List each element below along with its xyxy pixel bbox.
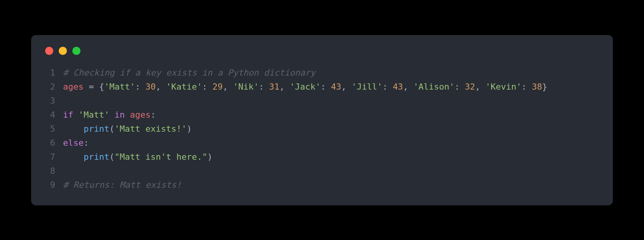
code-token: 'Nik' — [233, 82, 259, 92]
code-token — [63, 152, 84, 162]
maximize-icon[interactable] — [72, 47, 80, 55]
code-source: # Checking if a key exists in a Python d… — [55, 66, 315, 80]
code-line: 5 print('Matt exists!') — [43, 122, 601, 136]
code-token: print — [84, 152, 109, 162]
line-number: 3 — [43, 94, 55, 108]
code-source: print('Matt exists!') — [55, 122, 192, 136]
code-token: ages — [63, 82, 84, 92]
code-token: ) — [187, 124, 192, 134]
code-source: if 'Matt' in ages: — [55, 108, 156, 122]
code-token: , — [156, 82, 166, 92]
code-token: 'Matt' — [104, 82, 135, 92]
code-token: ( — [109, 152, 114, 162]
code-token: ages — [130, 110, 150, 120]
code-token: 'Kevin' — [485, 82, 522, 92]
code-token: , — [403, 82, 413, 92]
code-source: print("Matt isn't here.") — [55, 150, 212, 164]
code-token: , — [279, 82, 290, 92]
code-token — [109, 110, 114, 120]
code-line: 9# Returns: Matt exists! — [43, 178, 601, 192]
code-token — [125, 110, 130, 120]
code-token: : — [259, 82, 269, 92]
code-source: ages = {'Matt': 30, 'Katie': 29, 'Nik': … — [55, 80, 547, 94]
code-token: if — [63, 110, 74, 120]
code-source: else: — [55, 136, 89, 150]
code-token: 38 — [532, 82, 542, 92]
code-token: 'Jack' — [290, 82, 320, 92]
close-icon[interactable] — [45, 47, 53, 55]
code-token: 'Matt' — [79, 110, 109, 120]
window-traffic-lights — [45, 47, 601, 55]
line-number: 2 — [43, 80, 55, 94]
line-number: 7 — [43, 150, 55, 164]
code-source — [55, 164, 68, 178]
code-line: 6else: — [43, 136, 601, 150]
code-token: : — [455, 82, 465, 92]
code-token: "Matt isn't here." — [114, 152, 207, 162]
code-token: 32 — [465, 82, 475, 92]
code-token — [63, 124, 84, 134]
code-token: : — [150, 110, 156, 120]
code-token: 31 — [269, 82, 280, 92]
code-token: , — [475, 82, 486, 92]
code-token: ) — [207, 152, 212, 162]
code-token: : — [522, 82, 532, 92]
code-token: 'Alison' — [413, 82, 455, 92]
minimize-icon[interactable] — [59, 47, 67, 55]
line-number: 8 — [43, 164, 55, 178]
code-line: 8 — [43, 164, 601, 178]
code-token: in — [114, 110, 125, 120]
code-token — [74, 110, 79, 120]
code-token: 'Matt exists!' — [114, 124, 186, 134]
code-token: : — [135, 82, 145, 92]
code-token: 29 — [212, 82, 223, 92]
line-number: 9 — [43, 178, 55, 192]
code-token: # Checking if a key exists in a Python d… — [63, 68, 315, 78]
code-token: , — [341, 82, 352, 92]
code-token: print — [84, 124, 109, 134]
code-token: : — [202, 82, 213, 92]
code-line: 2ages = {'Matt': 30, 'Katie': 29, 'Nik':… — [43, 80, 601, 94]
code-window: 1# Checking if a key exists in a Python … — [31, 35, 613, 205]
code-token: ( — [109, 124, 114, 134]
code-line: 1# Checking if a key exists in a Python … — [43, 66, 601, 80]
code-token: } — [542, 82, 547, 92]
code-token: : — [84, 138, 89, 148]
code-line: 4if 'Matt' in ages: — [43, 108, 601, 122]
line-number: 4 — [43, 108, 55, 122]
code-source — [55, 94, 68, 108]
code-source: # Returns: Matt exists! — [55, 178, 182, 192]
code-token: : — [382, 82, 393, 92]
line-number: 5 — [43, 122, 55, 136]
code-line: 3 — [43, 94, 601, 108]
code-token: : — [320, 82, 331, 92]
code-token: , — [223, 82, 233, 92]
code-token: # Returns: Matt exists! — [63, 180, 182, 190]
code-line: 7 print("Matt isn't here.") — [43, 150, 601, 164]
code-token: 43 — [331, 82, 341, 92]
code-token: 'Jill' — [352, 82, 382, 92]
line-number: 6 — [43, 136, 55, 150]
code-block: 1# Checking if a key exists in a Python … — [43, 66, 601, 192]
code-token: 'Katie' — [166, 82, 202, 92]
line-number: 1 — [43, 66, 55, 80]
code-token: else — [63, 138, 84, 148]
code-token: = { — [84, 82, 104, 92]
code-token: 43 — [393, 82, 403, 92]
code-token: 30 — [145, 82, 156, 92]
